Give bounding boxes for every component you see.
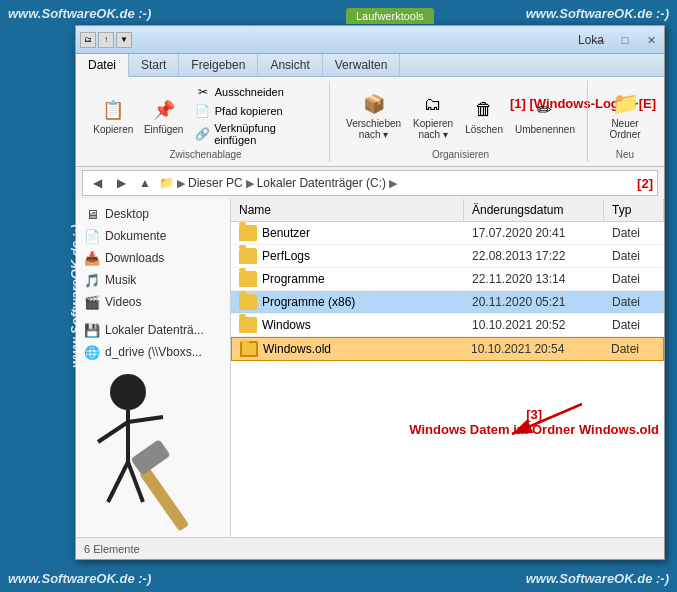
verknuepfung-label: Verknüpfung einfügen [214,122,317,146]
col-header-date[interactable]: Änderungsdatum [464,199,604,221]
neu-label: Neu [616,147,634,160]
sidebar-item-downloads[interactable]: 📥 Downloads [76,247,230,269]
folder-icon [239,271,257,287]
file-date-programme: 22.11.2020 13:14 [464,272,604,286]
kopieren-nach-label: Kopierennach ▾ [413,118,453,140]
watermark-top-left: www.SoftwareOK.de :-) [8,6,151,21]
sidebar-item-dokumente-label: Dokumente [105,229,166,243]
pfad-kopieren-label: Pfad kopieren [215,105,283,117]
statusbar: 6 Elemente [76,537,664,559]
file-name-programme-x86: Programme (x86) [231,294,464,310]
folder-icon-windows-old [240,341,258,357]
table-row[interactable]: Programme 22.11.2020 13:14 Datei [231,268,664,291]
ribbon: Datei Start Freigeben Ansicht Verwalten … [76,54,664,167]
back-button[interactable]: ◀ [87,173,107,193]
videos-icon: 🎬 [84,294,100,310]
network-drive-icon: 🌐 [84,344,100,360]
tab-ansicht[interactable]: Ansicht [258,54,322,76]
org-buttons: 📦 Verschiebennach ▾ 🗂 Kopierennach ▾ 🗑 L… [342,83,579,147]
einfuegen-label: Einfügen [144,124,183,135]
move-icon: 📦 [360,90,388,118]
file-name-benutzer: Benutzer [231,225,464,241]
tab-start[interactable]: Start [129,54,179,76]
table-row[interactable]: Benutzer 17.07.2020 20:41 Datei [231,222,664,245]
table-row[interactable]: Windows 10.10.2021 20:52 Datei [231,314,664,337]
file-type-windows: Datei [604,318,664,332]
umbenennen-label: Umbenennen [515,124,575,135]
file-type-programme: Datei [604,272,664,286]
file-type-programme-x86: Datei [604,295,664,309]
umbenennen-button[interactable]: ✏ Umbenennen [511,94,579,137]
new-folder-icon: 📁 [611,90,639,118]
tab-datei[interactable]: Datei [76,54,129,77]
documents-icon: 📄 [84,228,100,244]
table-row[interactable]: Programme (x86) 20.11.2020 05:21 Datei [231,291,664,314]
folder-icon [239,248,257,264]
loeschen-label: Löschen [465,124,503,135]
addr-pc: 📁 [159,176,174,190]
forward-button[interactable]: ▶ [111,173,131,193]
verschieben-label: Verschiebennach ▾ [346,118,401,140]
table-row-windows-old[interactable]: Windows.old 10.10.2021 20:54 Datei [231,337,664,361]
pfad-kopieren-button[interactable]: 📄 Pfad kopieren [191,102,321,120]
loeschen-button[interactable]: 🗑 Löschen [461,94,507,137]
file-name-perflogs: PerfLogs [231,248,464,264]
ausschneiden-button[interactable]: ✂ Ausschneiden [191,83,321,101]
file-date-benutzer: 17.07.2020 20:41 [464,226,604,240]
address-path[interactable]: 📁 ▶ Dieser PC ▶ Lokaler Datenträger (C:)… [159,176,621,190]
kopieren-nach-button[interactable]: 🗂 Kopierennach ▾ [409,88,457,142]
tb-icon-3[interactable]: ▼ [116,32,132,48]
neuer-ordner-button[interactable]: 📁 NeuerOrdner [600,88,650,142]
laufwerk-tab[interactable]: Laufwerktools [346,8,434,24]
verschieben-button[interactable]: 📦 Verschiebennach ▾ [342,88,405,142]
col-header-name[interactable]: Name [231,199,464,221]
table-row[interactable]: PerfLogs 22.08.2013 17:22 Datei [231,245,664,268]
ribbon-group-zwischenablage: 📋 Kopieren 📌 Einfügen ✂ Ausschneiden [82,81,330,162]
ribbon-content: 📋 Kopieren 📌 Einfügen ✂ Ausschneiden [76,77,664,166]
sidebar-item-musik[interactable]: 🎵 Musik [76,269,230,291]
sidebar-item-desktop[interactable]: 🖥 Desktop [76,203,230,225]
downloads-icon: 📥 [84,250,100,266]
sidebar-item-downloads-label: Downloads [105,251,164,265]
scissors-icon: ✂ [195,84,211,100]
addr-sep-2: ▶ [246,177,254,190]
file-name-windows-old: Windows.old [232,341,463,357]
einfuegen-icon: 📌 [150,96,178,124]
clipboard-buttons: 📋 Kopieren 📌 Einfügen ✂ Ausschneiden [90,83,321,147]
sidebar-item-ddrive[interactable]: 🌐 d_drive (\\Vboxs... [76,341,230,363]
maximize-button[interactable]: □ [612,26,638,54]
sidebar-item-lokaler[interactable]: 💾 Lokaler Datenträ... [76,319,230,341]
path-icon: 📄 [195,103,211,119]
tab-freigeben[interactable]: Freigeben [179,54,258,76]
tab-verwalten[interactable]: Verwalten [323,54,401,76]
sidebar: 🖥 Desktop 📄 Dokumente 📥 Downloads 🎵 Musi… [76,199,231,537]
watermark-top-right: www.SoftwareOK.de :-) [526,6,669,21]
file-type-windows-old: Datei [603,342,663,356]
file-type-perflogs: Datei [604,249,664,263]
up-button[interactable]: ▲ [135,173,155,193]
ribbon-group-neu: 📁 NeuerOrdner Neu [592,81,658,162]
watermark-bottom-right: www.SoftwareOK.de :-) [526,571,669,586]
sidebar-item-dokumente[interactable]: 📄 Dokumente [76,225,230,247]
file-date-windows-old: 10.10.2021 20:54 [463,342,603,356]
close-button[interactable]: ✕ [638,26,664,54]
einfuegen-button[interactable]: 📌 Einfügen [141,94,187,137]
organisieren-label: Organisieren [432,147,489,160]
addr-lokaler: Lokaler Datenträger (C:) [257,176,386,190]
tb-icon-2[interactable]: ↑ [98,32,114,48]
kopieren-icon: 📋 [99,96,127,124]
content-area: 🖥 Desktop 📄 Dokumente 📥 Downloads 🎵 Musi… [76,199,664,537]
zwischenablage-label: Zwischenablage [169,147,241,160]
sidebar-item-videos[interactable]: 🎬 Videos [76,291,230,313]
sidebar-item-musik-label: Musik [105,273,136,287]
desktop-icon: 🖥 [84,206,100,222]
titlebar-icons: 🗂 ↑ ▼ [80,32,132,48]
addr-annotation: [2] [637,176,653,191]
quick-access-icon[interactable]: 🗂 [80,32,96,48]
col-header-type[interactable]: Typ [604,199,664,221]
folder-icon [239,294,257,310]
kopieren-button[interactable]: 📋 Kopieren [90,94,137,137]
minimize-button[interactable]: — [586,26,612,54]
address-bar: ◀ ▶ ▲ 📁 ▶ Dieser PC ▶ Lokaler Datenträge… [82,170,658,196]
verknuepfung-button[interactable]: 🔗 Verknüpfung einfügen [191,121,321,147]
